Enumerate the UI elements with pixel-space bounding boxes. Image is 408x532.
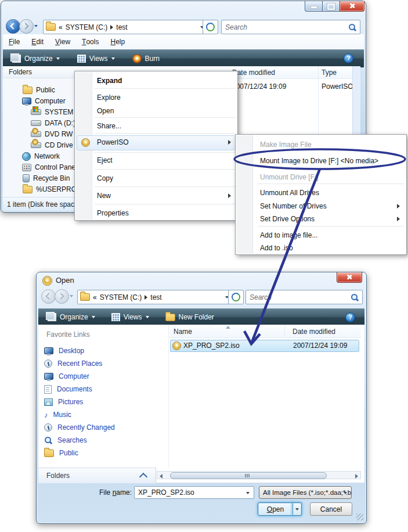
- breadcrumb-drive[interactable]: SYSTEM (C:): [100, 293, 142, 301]
- search-input[interactable]: [246, 293, 351, 301]
- scrollbar-thumb[interactable]: [170, 472, 327, 479]
- help-icon[interactable]: ?: [344, 53, 353, 63]
- refresh-button[interactable]: [203, 20, 218, 34]
- scroll-left-icon[interactable]: [160, 474, 163, 479]
- pane-divider[interactable]: [168, 325, 169, 468]
- column-header-type[interactable]: Type: [322, 69, 337, 77]
- dropdown-icon[interactable]: [344, 492, 347, 494]
- views-button[interactable]: Views: [107, 311, 154, 323]
- search-box[interactable]: [221, 20, 360, 34]
- breadcrumb-prefix[interactable]: «: [93, 293, 97, 301]
- open-split-dropdown[interactable]: [293, 502, 302, 516]
- address-bar[interactable]: « SYSTEM (C:) test: [77, 290, 232, 304]
- menu-item-eject[interactable]: Eject: [76, 154, 236, 167]
- file-type-combo[interactable]: All Image Files (*.iso;*.daa;*.bi: [259, 486, 352, 499]
- menu-item-copy[interactable]: Copy: [76, 172, 236, 185]
- address-bar[interactable]: « SYSTEM (C:) test: [43, 20, 207, 34]
- resize-grip[interactable]: [356, 513, 363, 520]
- menu-tools[interactable]: Tools: [76, 34, 104, 49]
- scroll-right-icon[interactable]: [355, 474, 358, 479]
- menu-item-share[interactable]: Share...: [76, 120, 236, 132]
- maximize-button[interactable]: [322, 1, 341, 12]
- column-header-date-modified[interactable]: Date modified: [232, 69, 275, 77]
- breadcrumb-folder[interactable]: test: [116, 23, 127, 31]
- cancel-button[interactable]: Cancel: [310, 502, 352, 516]
- history-dropdown-icon[interactable]: [70, 295, 73, 297]
- breadcrumb-prefix[interactable]: «: [59, 23, 63, 31]
- folders-expander-bar[interactable]: Folders: [38, 468, 156, 483]
- link-public[interactable]: Public: [44, 448, 78, 458]
- menu-item-new[interactable]: New: [76, 189, 236, 202]
- search-input[interactable]: [222, 23, 348, 31]
- tree-item-userprofile[interactable]: %USERPROFI: [23, 184, 78, 195]
- submenu-item-add-to-iso[interactable]: Add to .iso: [237, 242, 405, 254]
- file-name-combo[interactable]: XP_PRO_SP2.iso: [134, 486, 254, 499]
- column-header-name[interactable]: Name: [174, 328, 192, 336]
- tree-item-recycle-bin[interactable]: Recycle Bin: [23, 173, 70, 184]
- chevron-up-icon: [139, 472, 147, 480]
- submenu-item-make-image-file[interactable]: Make Image File: [237, 138, 405, 151]
- submenu-item-add-to-image-file[interactable]: Add to image file...: [237, 229, 405, 242]
- close-button[interactable]: [337, 272, 362, 283]
- forward-button[interactable]: [55, 289, 69, 304]
- tree-item-data-d[interactable]: DATA (D:): [31, 118, 75, 128]
- tree-item-dvd-rw[interactable]: DVD RW Dr: [31, 129, 78, 139]
- new-folder-button[interactable]: New Folder: [161, 311, 219, 323]
- submenu-item-set-drive-options[interactable]: Set Drive Options: [237, 213, 405, 225]
- column-divider[interactable]: [284, 325, 285, 337]
- horizontal-scrollbar[interactable]: [157, 471, 361, 479]
- forward-button[interactable]: [19, 19, 34, 34]
- link-documents[interactable]: Documents: [44, 384, 92, 394]
- back-button[interactable]: [6, 19, 20, 34]
- organize-button[interactable]: Organize: [8, 52, 64, 65]
- organize-button[interactable]: Organize: [43, 311, 100, 323]
- tree-item-system-c[interactable]: SYSTEM (C:: [31, 107, 78, 117]
- search-icon[interactable]: [348, 23, 356, 31]
- file-name[interactable]: XP_PRO_SP2.iso: [183, 342, 240, 350]
- search-box[interactable]: [245, 290, 363, 304]
- menu-item-poweriso[interactable]: PowerISO: [76, 136, 236, 149]
- link-recent-places[interactable]: Recent Places: [44, 358, 102, 369]
- tree-item-control-panel[interactable]: Control Pane: [22, 162, 75, 172]
- link-music[interactable]: ♪Music: [44, 409, 71, 420]
- menu-bar: File Edit View Tools Help: [3, 34, 364, 50]
- tree-item-computer[interactable]: Computer: [22, 96, 66, 106]
- burn-button[interactable]: Burn: [128, 52, 164, 65]
- submenu-item-mount-image[interactable]: Mount Image to Drive [F:] <No media>: [237, 154, 405, 167]
- breadcrumb-drive[interactable]: SYSTEM (C:): [66, 23, 108, 31]
- menu-item-properties[interactable]: Properties: [76, 207, 236, 220]
- close-button[interactable]: [340, 1, 364, 12]
- history-dropdown-icon[interactable]: [34, 25, 38, 27]
- help-icon[interactable]: ?: [345, 312, 355, 322]
- refresh-button[interactable]: [228, 290, 244, 304]
- tree-item-cd-drive-f[interactable]: CD Drive (F: [31, 140, 78, 150]
- menu-item-open[interactable]: Open: [76, 105, 236, 117]
- menu-item-explore[interactable]: Explore: [76, 91, 236, 104]
- link-searches[interactable]: Searches: [44, 435, 87, 445]
- open-button[interactable]: Open: [258, 502, 293, 516]
- views-button[interactable]: Views: [73, 52, 120, 65]
- link-recently-changed[interactable]: Recently Changed: [44, 422, 115, 433]
- menu-help[interactable]: Help: [104, 34, 131, 49]
- tree-item-network[interactable]: Network: [22, 151, 60, 161]
- minimize-button[interactable]: [305, 1, 323, 12]
- column-header-date-modified[interactable]: Date modified: [293, 328, 335, 336]
- submenu-item-unmount-drive[interactable]: Unmount Drive [F:]: [237, 171, 405, 184]
- link-pictures[interactable]: Pictures: [44, 397, 83, 407]
- link-desktop[interactable]: Desktop: [44, 346, 84, 356]
- folders-pane-header[interactable]: Folders: [3, 66, 78, 78]
- recently-changed-icon: [44, 423, 52, 432]
- selected-file-row[interactable]: XP_PRO_SP2.iso 2007/12/24 19:09: [170, 340, 359, 352]
- menu-edit[interactable]: Edit: [26, 34, 49, 49]
- submenu-item-unmount-all[interactable]: Unmount All Drives: [237, 186, 405, 199]
- menu-view[interactable]: View: [49, 34, 76, 49]
- menu-file[interactable]: File: [3, 34, 26, 49]
- tree-item-public[interactable]: Public: [23, 85, 55, 95]
- submenu-item-set-number-drives[interactable]: Set Number of Drives: [237, 200, 405, 213]
- search-icon[interactable]: [351, 293, 359, 301]
- dropdown-icon[interactable]: [246, 492, 250, 494]
- breadcrumb-folder[interactable]: test: [150, 293, 161, 301]
- back-button[interactable]: [41, 289, 56, 304]
- link-computer[interactable]: Computer: [44, 371, 89, 382]
- menu-item-expand[interactable]: Expand: [76, 74, 236, 87]
